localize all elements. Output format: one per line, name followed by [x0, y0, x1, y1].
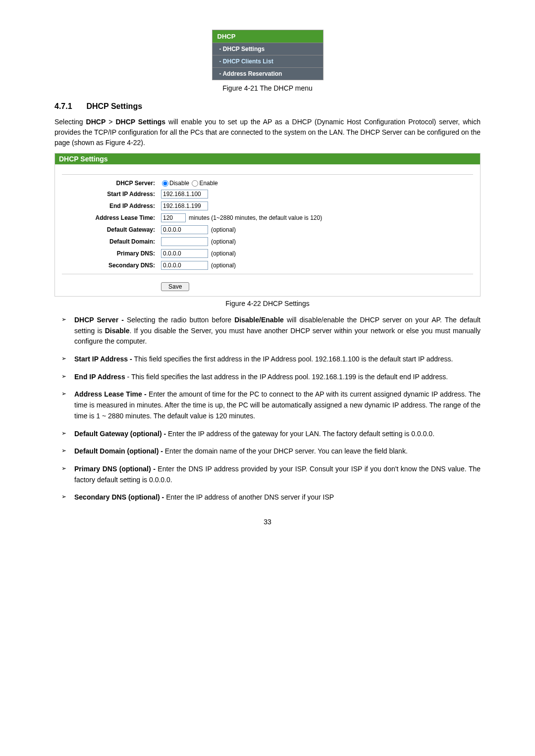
bullet-title: Start IP Address - [74, 355, 134, 363]
bullet-text: Enter the IP address of another DNS serv… [166, 493, 334, 501]
bullet-lease-time: Address Lease Time - Enter the amount of… [54, 389, 481, 421]
bullet-text: Enter the IP address of the gateway for … [168, 430, 434, 438]
bullet-title: DHCP Server - [74, 316, 127, 324]
row-lease: Address Lease Time: minutes (1~2880 minu… [62, 213, 473, 222]
input-primary-dns[interactable] [161, 249, 208, 258]
divider [62, 174, 473, 175]
figure-caption-1: Figure 4-21 The DHCP menu [54, 84, 481, 92]
save-row: Save [55, 282, 480, 296]
input-end-ip[interactable] [161, 202, 208, 210]
row-domain: Default Domain: (optional) [62, 237, 473, 246]
form-title: DHCP Settings [55, 153, 480, 164]
row-dhcp-server: DHCP Server: Disable Enable [62, 180, 473, 187]
bullet-end-ip: End IP Address - This field specifies th… [54, 372, 481, 383]
row-start-ip: Start IP Address: [62, 190, 473, 199]
bullet-title: Primary DNS (optional) - [74, 465, 158, 473]
bullet-dhcp-server: DHCP Server - Selecting the radio button… [54, 315, 481, 347]
hint-domain: (optional) [211, 238, 236, 245]
hint-secondary-dns: (optional) [211, 262, 236, 269]
bullet-title: End IP Address [74, 373, 125, 381]
dhcp-menu: DHCP - DHCP Settings - DHCP Clients List… [212, 30, 323, 80]
label-domain: Default Domain: [62, 238, 161, 245]
bullet-text: . If you disable the Server, you must ha… [74, 327, 481, 346]
menu-header: DHCP [213, 30, 323, 43]
input-gateway[interactable] [161, 225, 208, 234]
row-gateway: Default Gateway: (optional) [62, 225, 473, 234]
hint-gateway: (optional) [211, 226, 236, 233]
bullet-default-domain: Default Domain (optional) - Enter the do… [54, 446, 481, 457]
section-number: 4.7.1 [54, 102, 84, 111]
intro-dhcp-settings: DHCP Settings [115, 118, 165, 126]
save-button[interactable]: Save [161, 282, 189, 291]
input-domain[interactable] [161, 237, 208, 246]
row-secondary-dns: Secondary DNS: (optional) [62, 261, 473, 270]
section-heading: 4.7.1 DHCP Settings [54, 102, 481, 111]
label-gateway: Default Gateway: [62, 226, 161, 233]
label-start-ip: Start IP Address: [62, 191, 161, 198]
bullet-title: Default Domain (optional) - [74, 447, 165, 455]
input-start-ip[interactable] [161, 190, 208, 199]
row-end-ip: End IP Address: [62, 202, 473, 210]
bullet-title: Default Gateway (optional) - [74, 430, 168, 438]
bullet-text: - This field specifies the last address … [125, 373, 448, 381]
section-title: DHCP Settings [86, 102, 142, 110]
menu-item-address-reservation: - Address Reservation [213, 67, 323, 80]
bullet-bold: Disable/Enable [234, 316, 284, 324]
input-secondary-dns[interactable] [161, 261, 208, 270]
bullet-bold: Disable [105, 327, 130, 335]
label-end-ip: End IP Address: [62, 202, 161, 209]
bullet-secondary-dns: Secondary DNS (optional) - Enter the IP … [54, 492, 481, 503]
bullet-primary-dns: Primary DNS (optional) - Enter the DNS I… [54, 464, 481, 485]
label-lease: Address Lease Time: [62, 214, 161, 221]
bullet-title: Secondary DNS (optional) - [74, 493, 166, 501]
radio-enable-label: Enable [199, 180, 217, 187]
label-primary-dns: Primary DNS: [62, 250, 161, 257]
input-lease[interactable] [161, 213, 186, 222]
page-number: 33 [54, 518, 481, 526]
label-dhcp-server: DHCP Server: [62, 180, 161, 187]
bullet-list: DHCP Server - Selecting the radio button… [54, 315, 481, 503]
radio-enable[interactable] [192, 180, 198, 187]
bullet-start-ip: Start IP Address - This field specifies … [54, 354, 481, 365]
menu-item-dhcp-settings: - DHCP Settings [213, 43, 323, 55]
radio-disable-label: Disable [169, 180, 189, 187]
figure-caption-2: Figure 4-22 DHCP Settings [54, 300, 481, 307]
intro-paragraph: Selecting DHCP > DHCP Settings will enab… [54, 117, 481, 148]
menu-item-dhcp-clients-list: - DHCP Clients List [213, 55, 323, 67]
hint-lease: minutes (1~2880 minutes, the default val… [189, 214, 322, 221]
intro-gt: > [106, 118, 115, 126]
bullet-title: Address Lease Time - [74, 390, 149, 398]
bullet-text: This field specifies the first address i… [134, 355, 453, 363]
label-secondary-dns: Secondary DNS: [62, 262, 161, 269]
row-primary-dns: Primary DNS: (optional) [62, 249, 473, 258]
intro-dhcp: DHCP [86, 118, 106, 126]
radio-disable[interactable] [162, 180, 168, 187]
intro-text: Selecting [54, 118, 86, 126]
bullet-text: Enter the domain name of the your DHCP s… [165, 447, 408, 455]
divider-2 [62, 274, 473, 274]
dhcp-settings-form: DHCP Settings DHCP Server: Disable Enabl… [54, 153, 481, 297]
hint-primary-dns: (optional) [211, 250, 236, 257]
bullet-text: Selecting the radio button before [127, 316, 234, 324]
bullet-default-gateway: Default Gateway (optional) - Enter the I… [54, 429, 481, 440]
